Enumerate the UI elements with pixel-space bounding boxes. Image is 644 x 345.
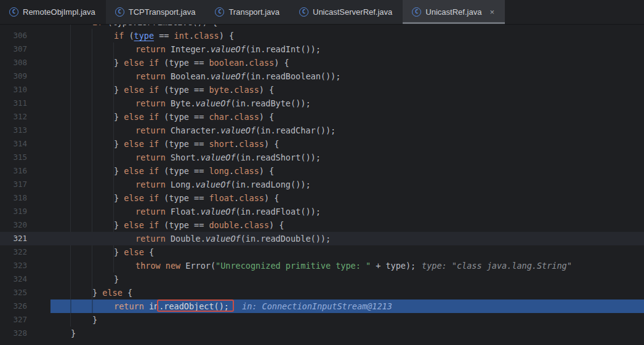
gutter-line-number[interactable]: 320 bbox=[0, 218, 27, 232]
gutter-line-number[interactable]: 307 bbox=[0, 42, 27, 56]
gutter-line-number[interactable]: 316 bbox=[0, 164, 27, 178]
tab-label: TCPTransport.java bbox=[129, 7, 196, 17]
gutter-line-number[interactable]: 325 bbox=[0, 286, 27, 299]
code-line[interactable]: return Byte.valueOf(in.readByte()); bbox=[135, 97, 311, 110]
gutter-line-number[interactable]: 308 bbox=[0, 56, 27, 69]
tab-unicastref.java[interactable]: CUnicastRef.java× bbox=[403, 0, 505, 24]
gutter-line-number[interactable]: 319 bbox=[0, 205, 27, 218]
code-token: + type); bbox=[371, 261, 416, 271]
indent-guide bbox=[92, 299, 93, 313]
code-token: . bbox=[229, 85, 234, 95]
code-token: class bbox=[234, 85, 259, 95]
code-token: ) { bbox=[259, 112, 274, 122]
code-line[interactable]: } else if (type == long.class) { bbox=[114, 164, 274, 178]
gutter-line-number[interactable]: 312 bbox=[0, 110, 27, 124]
code-line[interactable]: } bbox=[71, 327, 76, 340]
code-line[interactable]: } else if (type == double.class) { bbox=[114, 218, 284, 232]
code-line[interactable]: return Float.valueOf(in.readFloat()); bbox=[135, 205, 321, 218]
code-token: valueOf bbox=[211, 44, 246, 54]
gutter-line-number[interactable]: 315 bbox=[0, 151, 27, 164]
code-token: return bbox=[135, 125, 166, 135]
code-token: else bbox=[124, 139, 144, 149]
code-token: ) { bbox=[259, 166, 274, 176]
class-icon: C bbox=[299, 7, 308, 17]
code-line[interactable]: return Long.valueOf(in.readLong()); bbox=[135, 178, 311, 191]
code-line[interactable]: } bbox=[114, 272, 119, 286]
code-token: return bbox=[135, 234, 166, 244]
code-token: } bbox=[71, 328, 76, 338]
gutter-line-number[interactable]: 314 bbox=[0, 137, 27, 151]
code-line[interactable]: return Double.valueOf(in.readDouble()); bbox=[135, 232, 331, 245]
code-line[interactable]: return Integer.valueOf(in.readInt()); bbox=[135, 42, 321, 56]
code-token: (type == bbox=[159, 85, 209, 95]
code-line[interactable]: } else if (type == short.class) { bbox=[114, 137, 279, 151]
code-line[interactable]: } else if (type == float.class) { bbox=[114, 191, 279, 205]
code-token: valueOf bbox=[196, 180, 231, 189]
code-token: else bbox=[124, 112, 144, 122]
code-token: class bbox=[249, 58, 275, 68]
gutter-line-number[interactable]: 311 bbox=[0, 97, 27, 110]
code-token: if bbox=[149, 139, 159, 149]
code-token: long bbox=[209, 166, 229, 176]
tab-label: UnicastServerRef.java bbox=[313, 7, 392, 17]
tab-tcptransport.java[interactable]: CTCPTransport.java bbox=[106, 0, 206, 24]
code-token: (type == bbox=[159, 112, 209, 122]
gutter-line-number[interactable]: 318 bbox=[0, 191, 27, 205]
code-token: valueOf bbox=[206, 234, 241, 244]
code-line[interactable]: return Short.valueOf(in.readShort()); bbox=[135, 151, 321, 164]
gutter-line-number[interactable]: 324 bbox=[0, 272, 27, 286]
close-icon[interactable]: × bbox=[489, 8, 494, 16]
code-line[interactable]: } else if (type == byte.class) { bbox=[114, 83, 274, 97]
debugger-inline-hint: in: ConnectionInputStream@1213 bbox=[242, 299, 392, 313]
code-token: double bbox=[209, 220, 239, 230]
tab-label: RemoteObjImpl.java bbox=[23, 7, 95, 17]
code-token: return bbox=[135, 44, 166, 54]
code-token bbox=[144, 139, 149, 149]
code-token: return bbox=[135, 180, 166, 189]
code-token: (in.readBoolean()); bbox=[246, 71, 340, 81]
gutter-line-number[interactable]: 313 bbox=[0, 124, 27, 137]
code-line[interactable]: } else { bbox=[92, 286, 132, 299]
code-token: if bbox=[114, 31, 129, 41]
gutter-line-number[interactable]: 306 bbox=[0, 29, 27, 42]
code-editor[interactable]: 305if (type.isPrimitive()) {306if (type … bbox=[0, 25, 644, 345]
class-icon: C bbox=[215, 7, 224, 17]
code-line[interactable]: } else if (type == boolean.class) { bbox=[114, 56, 289, 69]
tab-transport.java[interactable]: CTransport.java bbox=[206, 0, 290, 24]
code-token: short bbox=[209, 139, 234, 149]
gutter-line-number[interactable]: 322 bbox=[0, 245, 27, 259]
editor-tab-bar: CRemoteObjImpl.javaCTCPTransport.javaCTr… bbox=[0, 0, 644, 25]
gutter-line-number[interactable]: 327 bbox=[0, 313, 27, 327]
code-line[interactable]: } else if (type == char.class) { bbox=[114, 110, 274, 124]
code-token: } bbox=[114, 220, 124, 230]
code-token: else bbox=[124, 58, 144, 68]
tab-remoteobjimpl.java[interactable]: CRemoteObjImpl.java bbox=[0, 0, 106, 24]
code-line[interactable]: } bbox=[92, 313, 97, 327]
code-token: Double. bbox=[166, 234, 206, 244]
code-token: valueOf bbox=[196, 98, 231, 108]
gutter-line-number[interactable]: 321 bbox=[0, 232, 27, 245]
code-line[interactable]: return Boolean.valueOf(in.readBoolean())… bbox=[135, 69, 340, 83]
code-token: valueOf bbox=[211, 71, 246, 81]
gutter-line-number[interactable]: 305 bbox=[0, 25, 27, 29]
code-token: else bbox=[124, 220, 144, 230]
code-line[interactable]: } else { bbox=[114, 245, 154, 259]
code-token: throw bbox=[135, 261, 161, 271]
gutter-line-number[interactable]: 323 bbox=[0, 259, 27, 272]
code-line[interactable]: throw new Error("Unrecognized primitive … bbox=[135, 259, 416, 272]
code-line[interactable]: return Character.valueOf(in.readChar()); bbox=[135, 124, 336, 137]
code-token: return bbox=[135, 98, 166, 108]
gutter-line-number[interactable]: 328 bbox=[0, 327, 27, 340]
debugger-inline-hint: type: "class java.lang.String" bbox=[422, 259, 572, 272]
code-token: class bbox=[194, 31, 219, 41]
gutter-line-number[interactable]: 309 bbox=[0, 69, 27, 83]
code-token: ) { bbox=[274, 58, 289, 68]
code-token: . bbox=[229, 166, 234, 176]
gutter-line-number[interactable]: 317 bbox=[0, 178, 27, 191]
class-icon: C bbox=[9, 7, 18, 17]
tab-unicastserverref.java[interactable]: CUnicastServerRef.java bbox=[290, 0, 403, 24]
gutter-line-number[interactable]: 310 bbox=[0, 83, 27, 97]
code-line[interactable]: if (type == int.class) { bbox=[114, 29, 234, 42]
gutter-line-number[interactable]: 326 bbox=[0, 299, 27, 313]
code-line[interactable]: if (type.isPrimitive()) { bbox=[92, 25, 217, 29]
